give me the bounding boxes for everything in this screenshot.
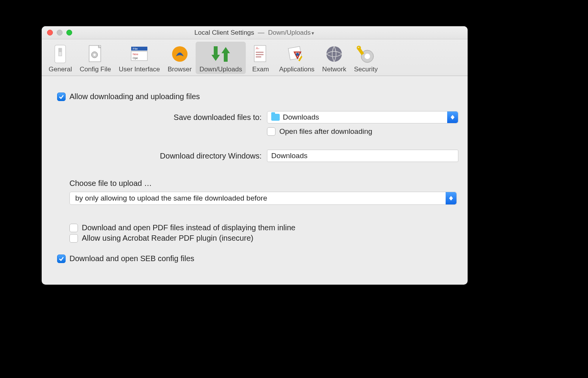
acrobat-label: Allow using Acrobat Reader PDF plugin (i… xyxy=(82,234,253,243)
allow-down-up-label: Allow downloading and uploading files xyxy=(69,92,200,101)
apps-icon xyxy=(286,43,308,65)
tab-security[interactable]: Security xyxy=(350,42,381,74)
browser-icon xyxy=(169,43,191,65)
open-after-checkbox[interactable] xyxy=(267,127,275,136)
tab-config-label: Config File xyxy=(79,66,111,73)
svg-rect-20 xyxy=(256,54,264,55)
tab-general[interactable]: General xyxy=(45,42,76,74)
svg-rect-21 xyxy=(256,56,261,57)
tab-security-label: Security xyxy=(354,66,377,73)
svg-text:Ope: Ope xyxy=(133,57,138,60)
svg-marker-16 xyxy=(221,47,230,53)
combo-stepper-icon xyxy=(446,192,456,204)
dir-win-value: Downloads xyxy=(271,152,308,160)
tab-exam[interactable]: A- Exam xyxy=(246,42,275,74)
config-icon xyxy=(84,43,106,65)
minimize-button[interactable] xyxy=(57,30,63,35)
svg-point-25 xyxy=(326,46,342,62)
svg-rect-19 xyxy=(256,52,264,53)
open-after-label: Open files after downloading xyxy=(279,127,372,136)
tab-downloads-label: Down/Uploads xyxy=(199,66,242,73)
tab-config[interactable]: Config File xyxy=(76,42,115,74)
security-icon xyxy=(355,43,377,65)
svg-text:File: File xyxy=(133,47,138,51)
save-to-value: Downloads xyxy=(283,113,319,122)
acrobat-checkbox[interactable] xyxy=(69,234,78,243)
svg-text:A-: A- xyxy=(256,46,259,50)
combo-stepper-icon xyxy=(447,111,458,123)
svg-point-6 xyxy=(93,54,96,56)
tab-apps[interactable]: Applications xyxy=(275,42,318,74)
svg-point-23 xyxy=(296,53,299,56)
save-to-combo[interactable]: Downloads xyxy=(267,111,458,123)
svg-rect-2 xyxy=(59,48,62,52)
save-to-label: Save downloaded files to: xyxy=(51,113,267,122)
svg-marker-14 xyxy=(211,55,220,61)
tab-ui-label: User Interface xyxy=(119,66,160,73)
title-sub: Down/Uploads xyxy=(268,29,311,36)
pdf-inline-label: Download and open PDF files instead of d… xyxy=(82,223,296,232)
exam-icon: A- xyxy=(250,43,271,65)
tab-ui[interactable]: FileNewOpe User Interface xyxy=(115,42,164,74)
seb-config-checkbox[interactable] xyxy=(57,255,66,263)
title-main: Local Client Settings xyxy=(194,29,254,36)
svg-point-27 xyxy=(365,54,370,59)
network-icon xyxy=(323,43,345,65)
window-controls xyxy=(42,30,72,35)
settings-window: Local Client Settings — Down/Uploads▼ Ge… xyxy=(42,26,468,285)
tab-apps-label: Applications xyxy=(279,66,314,73)
downloads-icon xyxy=(210,43,231,65)
svg-text:New: New xyxy=(133,53,139,56)
svg-marker-31 xyxy=(451,117,455,120)
title-sep: — xyxy=(258,29,264,36)
svg-marker-33 xyxy=(449,198,453,201)
toolbar: General Config File FileNewOpe User Inte… xyxy=(42,39,468,76)
upload-section-label: Choose file to upload … xyxy=(69,179,458,188)
tab-network-label: Network xyxy=(322,66,346,73)
tab-exam-label: Exam xyxy=(252,66,269,73)
window-title: Local Client Settings — Down/Uploads▼ xyxy=(42,29,468,37)
dir-win-input[interactable]: Downloads xyxy=(267,150,458,162)
upload-policy-value: by only allowing to upload the same file… xyxy=(75,194,267,202)
ui-icon: FileNewOpe xyxy=(128,43,150,65)
allow-down-up-checkbox[interactable] xyxy=(57,93,66,101)
folder-icon xyxy=(271,114,280,121)
content-pane: Allow downloading and uploading files Sa… xyxy=(42,76,468,285)
svg-rect-13 xyxy=(214,46,218,55)
tab-general-label: General xyxy=(49,66,72,73)
tab-browser[interactable]: Browser xyxy=(164,42,196,74)
title-dropdown-icon[interactable]: ▼ xyxy=(311,30,315,35)
close-button[interactable] xyxy=(47,30,53,35)
svg-rect-15 xyxy=(224,53,228,62)
titlebar: Local Client Settings — Down/Uploads▼ xyxy=(42,26,468,39)
zoom-button[interactable] xyxy=(66,30,72,35)
tab-downloads[interactable]: Down/Uploads xyxy=(196,42,246,74)
tab-network[interactable]: Network xyxy=(318,42,350,74)
dir-win-label: Download directory Windows: xyxy=(51,152,267,160)
upload-policy-combo[interactable]: by only allowing to upload the same file… xyxy=(69,192,457,205)
pdf-inline-checkbox[interactable] xyxy=(69,224,78,232)
seb-config-label: Download and open SEB config files xyxy=(69,254,194,263)
general-icon xyxy=(49,43,71,65)
tab-browser-label: Browser xyxy=(168,66,192,73)
